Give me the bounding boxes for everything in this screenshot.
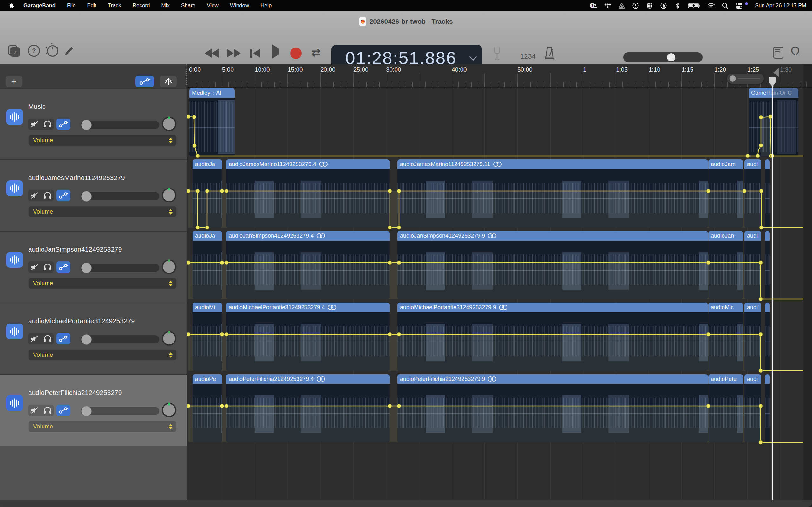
track-header[interactable]: audioJamesMarino11249253279 Volume bbox=[0, 159, 187, 231]
audio-region[interactable]: audioJan bbox=[708, 231, 743, 299]
audio-region[interactable]: audioPeterFilichia21249253279.4 bbox=[226, 374, 390, 442]
audio-region[interactable]: audioMichaelPortantie31249253279.9 bbox=[397, 302, 708, 371]
region-waveform[interactable] bbox=[745, 169, 761, 228]
region-name[interactable]: audioMichaelPortantie31249253279.9 bbox=[397, 302, 708, 312]
audio-region[interactable]: audioPeterFilichia21249253279.9 bbox=[397, 374, 708, 442]
audio-region[interactable]: audioMichaelPortantie31249253279.4 bbox=[226, 302, 390, 371]
audio-region[interactable]: audioMi bbox=[193, 302, 222, 371]
control-center-icon[interactable] bbox=[735, 2, 743, 9]
region-name[interactable]: audioMi bbox=[193, 302, 222, 312]
region-waveform[interactable] bbox=[765, 240, 770, 299]
track-volume-slider[interactable] bbox=[81, 264, 159, 272]
add-track-button[interactable]: + bbox=[6, 76, 22, 87]
editors-button[interactable] bbox=[62, 44, 75, 57]
region-waveform[interactable] bbox=[765, 384, 770, 442]
track-name[interactable]: audioPeterFilichia21249253279 bbox=[28, 389, 122, 396]
track-name[interactable]: Music bbox=[28, 103, 46, 110]
region-name[interactable]: audioPe bbox=[193, 374, 222, 384]
track-header[interactable]: audioJanSimpson41249253279 Volume bbox=[0, 231, 187, 303]
region-name[interactable]: audioPete bbox=[708, 374, 743, 384]
region-name[interactable]: audioMichaelPortantie31249253279.4 bbox=[226, 302, 390, 312]
master-volume-knob[interactable] bbox=[667, 53, 675, 61]
solo-button[interactable] bbox=[41, 405, 54, 416]
region-waveform[interactable] bbox=[708, 169, 743, 228]
menu-item[interactable]: Help bbox=[255, 3, 277, 9]
region-waveform[interactable] bbox=[226, 240, 390, 299]
spotlight-icon[interactable] bbox=[722, 2, 728, 9]
region-name[interactable] bbox=[765, 374, 770, 384]
region-name[interactable]: Medley：Al bbox=[189, 88, 235, 98]
record-button[interactable] bbox=[290, 48, 302, 59]
pan-knob[interactable] bbox=[162, 117, 176, 131]
track-volume-thumb[interactable] bbox=[81, 334, 92, 345]
track-volume-thumb[interactable] bbox=[81, 263, 92, 273]
audio-region[interactable]: Medley：Al bbox=[189, 88, 235, 156]
region-name[interactable]: audioJanSimpson41249253279.9 bbox=[397, 231, 708, 240]
region-waveform[interactable] bbox=[765, 312, 770, 371]
region-name[interactable]: audioJanSimpson41249253279.4 bbox=[226, 231, 390, 240]
catch-playhead-button[interactable] bbox=[160, 76, 177, 87]
mute-button[interactable] bbox=[28, 405, 41, 416]
track-lane[interactable]: audioJa audioJanSimpson41249253279.4 aud… bbox=[187, 231, 812, 299]
menu-item[interactable]: Window bbox=[224, 3, 255, 9]
region-name[interactable]: audi bbox=[745, 302, 761, 312]
track-lane[interactable]: Medley：Al Come Rain Or C bbox=[187, 88, 812, 156]
region-waveform[interactable] bbox=[397, 384, 708, 442]
track-volume-thumb[interactable] bbox=[81, 406, 92, 416]
region-waveform[interactable] bbox=[397, 312, 708, 371]
automation-parameter-select[interactable]: Volume bbox=[29, 278, 176, 289]
track-name[interactable]: audioMichaelPortantie31249253279 bbox=[28, 317, 135, 325]
track-name[interactable]: audioJamesMarino11249253279 bbox=[28, 174, 125, 181]
track-automation-button[interactable] bbox=[56, 118, 70, 130]
region-waveform[interactable] bbox=[397, 240, 708, 299]
time-ruler[interactable]: 0:005:0010:0015:0020:0025:0030:0040:0050… bbox=[187, 64, 812, 88]
pan-knob[interactable] bbox=[162, 331, 176, 346]
menu-item[interactable]: GarageBand bbox=[18, 3, 61, 9]
region-waveform[interactable] bbox=[226, 169, 390, 228]
track-name[interactable]: audioJanSimpson41249253279 bbox=[28, 245, 122, 253]
region-name[interactable]: audioPeterFilichia21249253279.4 bbox=[226, 374, 390, 384]
track-automation-button[interactable] bbox=[56, 405, 70, 416]
rewind-button[interactable] bbox=[205, 49, 218, 58]
project-end-marker[interactable] bbox=[773, 68, 779, 77]
audio-region[interactable]: Come Rain Or C bbox=[749, 88, 798, 156]
audio-region[interactable]: audioJanSimpson41249253279.9 bbox=[397, 231, 708, 299]
region-waveform[interactable] bbox=[745, 240, 761, 299]
timeline[interactable]: 0:005:0010:0015:0020:0025:0030:0040:0050… bbox=[187, 64, 812, 507]
audio-region[interactable]: audioJa bbox=[193, 231, 222, 299]
region-name[interactable]: audioMic bbox=[708, 302, 743, 312]
region-waveform[interactable] bbox=[193, 240, 222, 299]
region-waveform[interactable] bbox=[765, 169, 770, 228]
audio-region[interactable]: audioPete bbox=[708, 374, 743, 442]
audio-region[interactable]: audioJamesMarino11249253279.11 bbox=[397, 159, 708, 228]
track-volume-slider[interactable] bbox=[81, 335, 159, 343]
region-waveform[interactable] bbox=[708, 240, 743, 299]
region-waveform[interactable] bbox=[749, 98, 798, 156]
audio-region[interactable] bbox=[765, 159, 770, 228]
cycle-button[interactable]: ⇄ bbox=[311, 46, 321, 59]
audio-region[interactable]: audioJam bbox=[708, 159, 743, 228]
track-volume-thumb[interactable] bbox=[81, 120, 92, 130]
zoom-slider-knob[interactable] bbox=[729, 75, 736, 82]
audio-region[interactable]: audioMic bbox=[708, 302, 743, 371]
automation-parameter-select[interactable]: Volume bbox=[29, 135, 176, 146]
chevron-down-icon[interactable] bbox=[469, 53, 477, 60]
solo-button[interactable] bbox=[41, 118, 54, 130]
smart-controls-button[interactable] bbox=[47, 45, 58, 57]
region-name[interactable]: audioJam bbox=[708, 159, 743, 169]
track-lane[interactable]: audioJa audioJamesMarino11249253279.4 au… bbox=[187, 159, 812, 228]
menu-clock[interactable]: Sun Apr 26 12:17 PM bbox=[755, 3, 806, 9]
region-name[interactable]: audioJa bbox=[193, 159, 222, 169]
track-lane[interactable]: audioPe audioPeterFilichia21249253279.4 … bbox=[187, 374, 812, 442]
audio-region[interactable] bbox=[765, 231, 770, 299]
mute-button[interactable] bbox=[28, 118, 41, 130]
menu-item[interactable]: File bbox=[61, 3, 81, 9]
region-name[interactable] bbox=[765, 302, 770, 312]
track-volume-slider[interactable] bbox=[81, 407, 159, 415]
audio-region[interactable]: audioJa bbox=[193, 159, 222, 228]
region-name[interactable]: audi bbox=[745, 231, 761, 240]
count-in-button[interactable]: 1234 bbox=[520, 52, 536, 60]
solo-button[interactable] bbox=[41, 333, 54, 344]
audio-region[interactable]: audioPe bbox=[193, 374, 222, 442]
pan-knob[interactable] bbox=[162, 188, 176, 203]
